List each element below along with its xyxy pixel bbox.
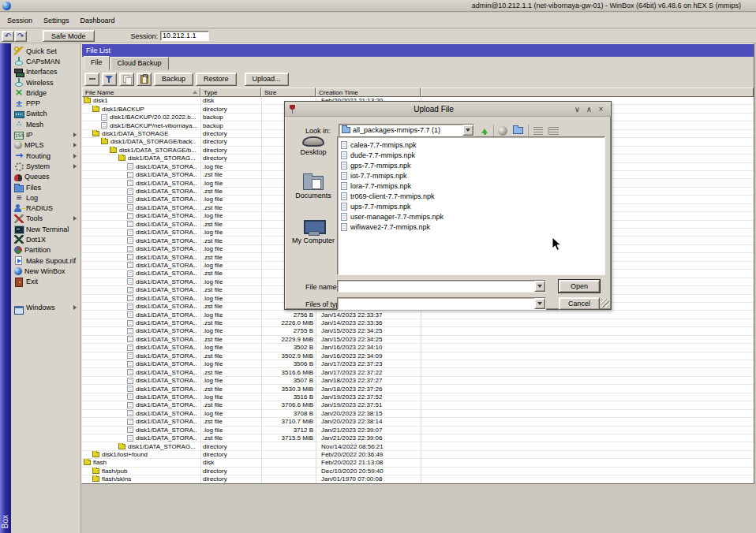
- type-cell: .log file: [200, 163, 261, 170]
- table-row[interactable]: disk1/DATA_STORA...zst file3502.9 MiBJan…: [82, 352, 754, 360]
- parent-directory-button[interactable]: [478, 125, 492, 136]
- sidebar-item-bridge[interactable]: Bridge: [11, 88, 80, 98]
- dialog-file-item[interactable]: iot-7.7-mmips.npk: [338, 170, 604, 181]
- detail-view-button[interactable]: [546, 125, 560, 136]
- sidebar-item-new-winbox[interactable]: New WinBox: [11, 266, 80, 276]
- column-header-file-name[interactable]: File Name: [82, 88, 200, 97]
- files-of-type-dropdown-button[interactable]: [534, 298, 545, 309]
- table-row[interactable]: disk1/DATA_STORA...log file3708 BJan/20/…: [82, 410, 754, 418]
- dialog-file-item[interactable]: dude-7.7-mmips.npk: [338, 150, 604, 160]
- folder-icon: [92, 476, 99, 482]
- dialog-file-item[interactable]: tr069-client-7.7-mmips.npk: [338, 191, 604, 201]
- sidebar-item-interfaces[interactable]: Interfaces: [11, 67, 80, 77]
- look-in-dropdown-button[interactable]: [462, 125, 473, 136]
- table-row[interactable]: disk1/DATA_STORA...zst file3715.5 MiBJan…: [82, 434, 754, 442]
- sidebar-item-new-terminal[interactable]: New Terminal: [11, 224, 80, 234]
- tab-cloud-backup[interactable]: Cloud Backup: [110, 57, 169, 70]
- list-view-button[interactable]: [531, 125, 545, 136]
- table-row[interactable]: flash/pubdirectoryDec/10/2020 20:59:40: [82, 468, 754, 475]
- table-row[interactable]: disk1/DATA_STORA...zst file3706.6 MiBJan…: [82, 401, 754, 409]
- sidebar-item-make-supout-rif[interactable]: Make Supout.rif: [11, 255, 80, 266]
- open-button[interactable]: Open: [559, 280, 600, 293]
- table-row[interactable]: disk1/DATA_STORA...log file3507 BJan/18/…: [82, 377, 754, 385]
- table-row[interactable]: flashdiskFeb/20/2022 21:13:08: [82, 459, 754, 467]
- sidebar-item-system[interactable]: System: [11, 161, 80, 171]
- file-list-titlebar[interactable]: File List: [82, 44, 754, 57]
- files-of-type-combobox[interactable]: [337, 297, 546, 310]
- sidebar-item-ip[interactable]: IP: [11, 129, 80, 140]
- place-documents[interactable]: Documents: [292, 176, 335, 199]
- dialog-file-item[interactable]: wifiwave2-7.7-mmips.npk: [338, 222, 604, 232]
- table-row[interactable]: disk1/DATA_STORA...log file2755 BJan/15/…: [82, 327, 754, 335]
- dialog-file-item[interactable]: ups-7.7-mmips.npk: [338, 201, 604, 211]
- sidebar-item-files[interactable]: Files: [11, 182, 80, 192]
- remove-button[interactable]: [84, 73, 99, 86]
- copy-button[interactable]: [119, 73, 134, 86]
- menu-dashboard[interactable]: Dashboard: [75, 15, 121, 26]
- dialog-file-item[interactable]: calea-7.7-mmips.npk: [338, 140, 604, 150]
- type-cell: backup: [200, 122, 261, 129]
- paste-button[interactable]: [137, 73, 152, 86]
- sidebar-item-tools[interactable]: Tools: [11, 214, 80, 224]
- table-row[interactable]: disk1/DATA_STORA...zst file3516.6 MiBJan…: [82, 368, 754, 376]
- table-row[interactable]: disk1/DATA_STORA...log file3712 BJan/21/…: [82, 427, 754, 434]
- upload-button[interactable]: Upload...: [245, 73, 289, 86]
- sidebar-item-switch[interactable]: Switch: [11, 109, 80, 119]
- sidebar-item-ppp[interactable]: PPP: [11, 98, 80, 108]
- restore-button[interactable]: Restore: [196, 73, 237, 86]
- table-row[interactable]: disk1/DATA_STORA...zst file2226.0 MiBJan…: [82, 319, 754, 327]
- redo-button[interactable]: ↷: [14, 31, 27, 42]
- filter-button[interactable]: [102, 73, 117, 86]
- table-row[interactable]: disk1/lost+founddirectoryFeb/20/2022 20:…: [82, 451, 754, 459]
- resize-grip[interactable]: [601, 299, 609, 308]
- place-desktop[interactable]: Desktop: [292, 136, 335, 156]
- table-row[interactable]: disk1/DATA_STORA...log file3502 BJan/16/…: [82, 344, 754, 352]
- column-header-size[interactable]: Size: [261, 88, 316, 97]
- menu-settings[interactable]: Settings: [38, 15, 75, 26]
- session-input[interactable]: 10.212.1.1: [160, 31, 209, 41]
- file-name-combobox[interactable]: [337, 280, 546, 293]
- dialog-file-list[interactable]: calea-7.7-mmips.npkdude-7.7-mmips.npkgps…: [337, 136, 605, 275]
- sidebar-item-routing[interactable]: Routing: [11, 151, 80, 161]
- safe-mode-button[interactable]: Safe Mode: [43, 30, 95, 42]
- table-row[interactable]: disk1/DATA_STORA...log file2756 BJan/14/…: [82, 311, 754, 319]
- sidebar-item-dot1x[interactable]: Dot1X: [11, 234, 80, 244]
- place-my-computer[interactable]: My Computer: [292, 220, 335, 244]
- table-row[interactable]: disk1/DATA_STORA...log file3516 BJan/19/…: [82, 393, 754, 401]
- back-button[interactable]: [496, 125, 509, 136]
- close-button[interactable]: ×: [595, 105, 607, 114]
- tab-file[interactable]: File: [84, 56, 110, 70]
- sidebar-item-radius[interactable]: RADIUS: [11, 203, 80, 213]
- sidebar-item-queues[interactable]: Queues: [11, 172, 80, 182]
- column-header-type[interactable]: Type: [200, 88, 261, 97]
- sidebar-item-quick-set[interactable]: Quick Set: [11, 46, 80, 56]
- table-row[interactable]: flash/skinsdirectoryJan/01/1970 07:00:08: [82, 475, 754, 483]
- file-name-dropdown-button[interactable]: [534, 281, 545, 292]
- sidebar-item-exit[interactable]: Exit: [11, 277, 80, 287]
- sidebar-item-capsman[interactable]: CAPsMAN: [11, 56, 80, 66]
- table-row[interactable]: disk1/DATA_STORA...zst file3530.3 MiBJan…: [82, 385, 754, 393]
- backup-button[interactable]: Backup: [154, 73, 193, 86]
- dialog-file-item[interactable]: lora-7.7-mmips.npk: [338, 181, 604, 191]
- table-row[interactable]: disk1/DATA_STORA...zst file3710.7 MiBJan…: [82, 418, 754, 426]
- undo-button[interactable]: ↶: [2, 31, 14, 42]
- new-folder-button[interactable]: [511, 125, 525, 136]
- menu-session[interactable]: Session: [2, 15, 38, 26]
- table-row[interactable]: disk1/DATA_STORAG...directoryNov/14/2022…: [82, 442, 754, 450]
- dialog-titlebar[interactable]: Upload File ∨ ∧ ×: [285, 102, 611, 117]
- sidebar-item-mesh[interactable]: Mesh: [11, 119, 80, 129]
- minimize-button[interactable]: ∨: [571, 105, 583, 114]
- dialog-file-item[interactable]: gps-7.7-mmips.npk: [338, 160, 604, 170]
- dialog-file-item[interactable]: user-manager-7.7-mmips.npk: [338, 211, 604, 222]
- table-row[interactable]: disk1/DATA_STORA...log file3506 BJan/17/…: [82, 360, 754, 368]
- sidebar-item-mpls[interactable]: MPLS: [11, 140, 80, 151]
- table-row[interactable]: disk1/DATA_STORA...zst file2229.9 MiBJan…: [82, 336, 754, 344]
- sidebar-item-windows[interactable]: Windows: [11, 303, 80, 313]
- sidebar-item-log[interactable]: Log: [11, 192, 80, 203]
- file-icon: [127, 246, 133, 252]
- maximize-button[interactable]: ∧: [583, 105, 595, 114]
- column-header-creation-time[interactable]: Creation Time: [316, 88, 421, 97]
- sidebar-item-partition[interactable]: Partition: [11, 245, 80, 255]
- cancel-button[interactable]: Cancel: [559, 297, 600, 310]
- look-in-combobox[interactable]: all_packages-mmips-7.7 (1): [339, 124, 474, 136]
